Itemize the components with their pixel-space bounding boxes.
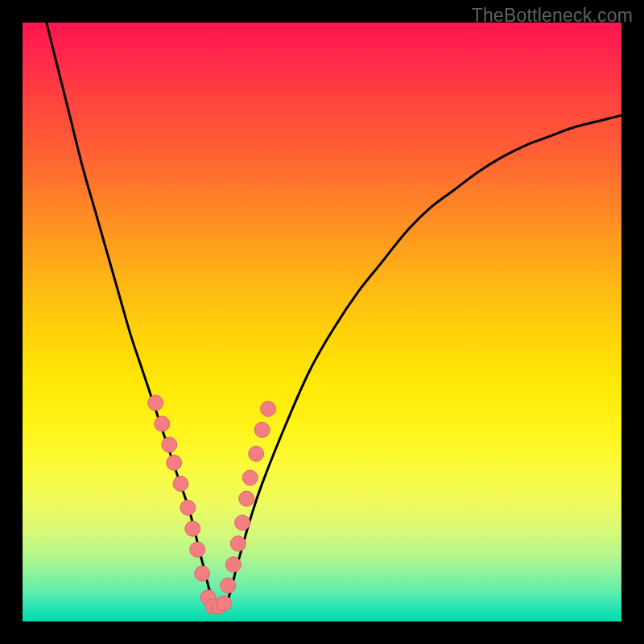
data-marker xyxy=(195,566,210,581)
bottleneck-curve xyxy=(47,23,621,609)
data-marker xyxy=(190,542,205,557)
data-marker xyxy=(249,446,264,461)
data-marker xyxy=(216,596,231,611)
plot-area xyxy=(23,23,621,621)
data-marker xyxy=(225,557,241,572)
data-marker xyxy=(148,395,163,411)
data-marker xyxy=(235,515,250,530)
chart-frame: TheBottleneck.com xyxy=(0,0,644,644)
data-marker xyxy=(167,455,182,470)
data-marker xyxy=(185,521,200,536)
data-marker xyxy=(254,422,270,437)
data-marker xyxy=(242,470,258,485)
data-marker xyxy=(221,578,236,593)
data-marker xyxy=(261,401,276,416)
data-marker xyxy=(173,476,188,491)
data-marker xyxy=(162,437,177,452)
data-marker xyxy=(180,500,196,515)
chart-svg xyxy=(23,23,621,621)
data-marker xyxy=(230,536,246,551)
data-marker xyxy=(155,416,170,431)
data-marker xyxy=(239,491,254,506)
